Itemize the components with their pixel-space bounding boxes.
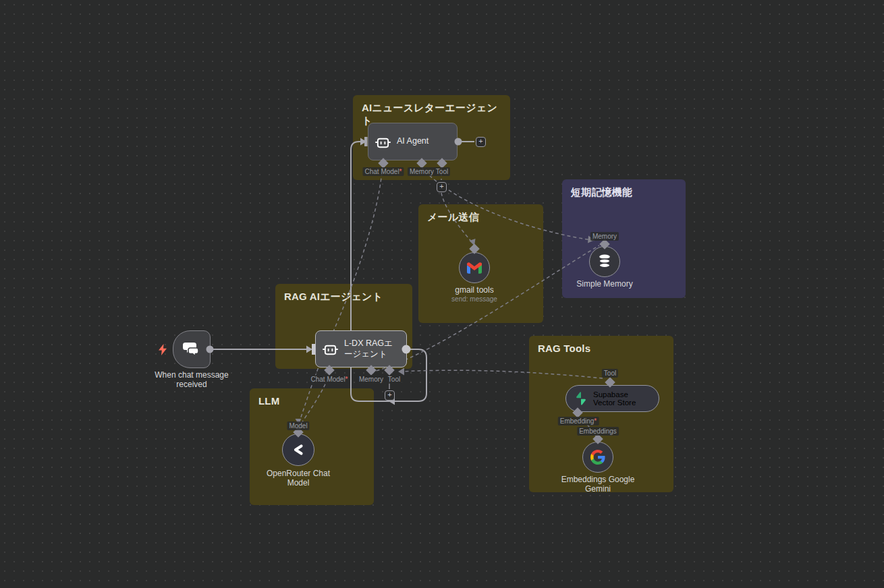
port-label-aiagent-chatmodel: Chat Model*	[362, 167, 404, 176]
node-caption-gmail: gmail tools	[437, 285, 512, 295]
supabase-icon	[574, 392, 588, 405]
port-label-openrouter-model: Model	[287, 421, 309, 430]
node-gmail-tools[interactable]	[459, 252, 490, 283]
port-label-gemini-embeddings: Embeddings	[577, 427, 619, 436]
node-simple-memory[interactable]	[589, 246, 620, 277]
gmail-icon	[467, 262, 482, 274]
lightning-bolt-icon	[158, 344, 167, 355]
node-caption-openrouter: OpenRouter Chat Model	[259, 469, 337, 488]
node-openrouter-chat-model[interactable]	[282, 434, 314, 466]
node-chat-trigger[interactable]	[173, 330, 211, 368]
node-caption-gemini: Embeddings Google Gemini	[555, 475, 640, 494]
node-label: Supabase Vector Store	[593, 390, 651, 407]
node-subcaption-gmail: send: message	[437, 295, 512, 303]
sticky-title: RAG Tools	[529, 336, 673, 361]
node-label: AI Agent	[397, 136, 429, 147]
openrouter-icon	[290, 442, 306, 458]
robot-icon	[375, 134, 391, 150]
sticky-title: LLM	[250, 388, 374, 413]
google-icon	[590, 450, 605, 465]
node-embeddings-google-gemini[interactable]	[582, 442, 613, 473]
port-label-aiagent-tool: Tool	[434, 167, 450, 176]
node-label: L-DX RAGエージェント	[344, 339, 399, 359]
node-caption-trigger: When chat message received	[148, 370, 236, 389]
port-label-ldx-memory: Memory	[357, 375, 385, 384]
port-label-ldx-tool: Tool	[386, 375, 402, 384]
port-label-ldx-chatmodel: Chat Model*	[308, 375, 350, 384]
database-icon	[597, 254, 612, 270]
node-ai-agent[interactable]: AI Agent	[368, 123, 458, 160]
robot-icon	[323, 341, 338, 357]
add-node-button[interactable]: +	[476, 137, 486, 147]
sticky-title: RAG AIエージェント	[275, 284, 412, 310]
sticky-title: 短期記憶機能	[562, 179, 686, 206]
workflow-canvas[interactable]: AIニュースレターエージェント 短期記憶機能 メール送信 RAG AIエージェン…	[0, 0, 884, 588]
add-tool-button-ai-agent[interactable]: +	[437, 182, 447, 192]
port-label-supabase-embedding: Embedding*	[558, 417, 599, 425]
port-label-simplememory: Memory	[590, 232, 619, 241]
sticky-title: メール送信	[418, 204, 543, 231]
node-caption-simple-memory: Simple Memory	[564, 279, 645, 289]
node-supabase-vector-store[interactable]: Supabase Vector Store	[565, 385, 659, 412]
port-label-supabase-tool: Tool	[602, 369, 618, 378]
arrowhead	[398, 368, 404, 376]
add-tool-button-ldx[interactable]: +	[385, 390, 395, 401]
port-label-aiagent-memory: Memory	[408, 167, 436, 176]
node-ldx-rag-agent[interactable]: L-DX RAGエージェント	[315, 330, 407, 368]
chat-bubbles-icon	[182, 341, 201, 357]
